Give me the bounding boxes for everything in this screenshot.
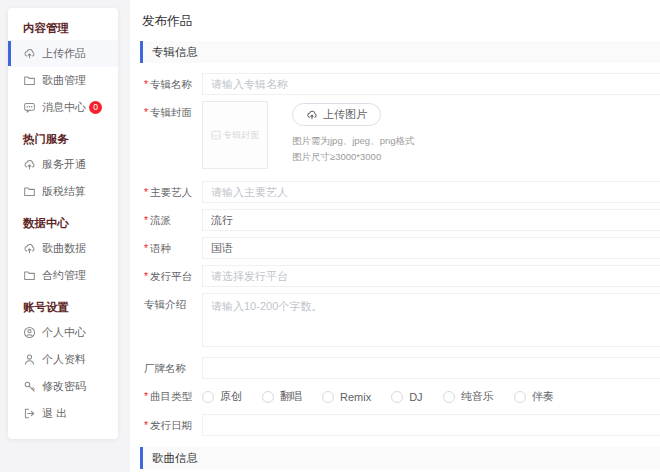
page-title: 发布作品 (130, 0, 660, 30)
radio-cover[interactable]: 翻唱 (262, 389, 302, 404)
language-row: 语种 (144, 237, 660, 259)
album-name-row: 专辑名称 (144, 73, 660, 95)
radio-instrumental[interactable]: 纯音乐 (443, 389, 494, 404)
radio-circle (322, 391, 334, 403)
release-date-row: 发行日期 (144, 414, 660, 436)
sidebar-item-personal-center[interactable]: 个人中心 (8, 319, 118, 346)
cloud-upload-icon (306, 109, 318, 121)
main-artist-label: 主要艺人 (144, 181, 202, 203)
sidebar-item-label: 退 出 (42, 406, 67, 421)
sidebar-group-data: 数据中心 (8, 205, 118, 235)
label-name-input[interactable] (202, 357, 660, 379)
radio-original[interactable]: 原创 (202, 389, 242, 404)
album-name-label: 专辑名称 (144, 73, 202, 95)
folder-icon (23, 185, 36, 198)
sidebar-item-message-center[interactable]: 消息中心 0 (8, 94, 118, 121)
logout-icon (23, 407, 36, 420)
track-type-label: 曲目类型 (144, 385, 202, 404)
track-type-row: 曲目类型 原创 翻唱 Remix DJ 纯音乐 伴奏 (144, 385, 660, 404)
track-type-radio-group: 原创 翻唱 Remix DJ 纯音乐 伴奏 (202, 385, 660, 404)
sidebar-item-label: 修改密码 (42, 379, 86, 394)
sidebar-item-label: 个人中心 (42, 325, 86, 340)
sidebar-item-label: 服务开通 (42, 157, 86, 172)
key-icon (23, 380, 36, 393)
sidebar-item-song-data[interactable]: 歌曲数据 (8, 235, 118, 262)
sidebar-item-label: 个人资料 (42, 352, 86, 367)
main-artist-row: 主要艺人 (144, 181, 660, 203)
platform-select[interactable] (202, 265, 660, 287)
radio-circle (262, 391, 274, 403)
label-name-row: 厂牌名称 (144, 357, 660, 379)
publish-work-panel: 发布作品 专辑信息 专辑名称 专辑封面 专辑封面 上传图片 (130, 0, 660, 472)
radio-remix[interactable]: Remix (322, 391, 371, 403)
upload-image-button[interactable]: 上传图片 (292, 103, 381, 126)
radio-circle (514, 391, 526, 403)
sidebar-item-logout[interactable]: 退 出 (8, 400, 118, 427)
sidebar-item-personal-profile[interactable]: 个人资料 (8, 346, 118, 373)
folder-icon (23, 269, 36, 282)
radio-circle (443, 391, 455, 403)
sidebar-item-change-password[interactable]: 修改密码 (8, 373, 118, 400)
main-artist-input[interactable] (202, 181, 660, 203)
platform-label: 发行平台 (144, 265, 202, 287)
sidebar-group-content: 内容管理 (8, 10, 118, 40)
section-song-info: 歌曲信息 (140, 447, 660, 469)
cover-format-hint: 图片需为jpg、jpeg、png格式 图片尺寸≥3000*3000 (292, 133, 415, 165)
album-cover-dropzone[interactable]: 专辑封面 (202, 101, 268, 169)
release-date-input[interactable] (202, 414, 660, 436)
sidebar: 内容管理 上传作品 歌曲管理 消息中心 0 热门服务 服务开通 版税结算 数据中… (8, 8, 118, 439)
genre-label: 流派 (144, 209, 202, 231)
sidebar-item-label: 歌曲管理 (42, 73, 86, 88)
message-count-badge: 0 (89, 101, 102, 114)
cloud-upload-icon (23, 242, 36, 255)
sidebar-group-services: 热门服务 (8, 121, 118, 151)
sidebar-item-label: 上传作品 (42, 46, 86, 61)
sidebar-item-contract-management[interactable]: 合约管理 (8, 262, 118, 289)
genre-select[interactable] (202, 209, 660, 231)
radio-dj[interactable]: DJ (391, 391, 422, 403)
album-cover-row: 专辑封面 专辑封面 上传图片 图片需为jpg、jpeg、png格式 图片尺 (144, 101, 660, 169)
user-circle-icon (23, 326, 36, 339)
sidebar-item-royalty-settlement[interactable]: 版税结算 (8, 178, 118, 205)
image-icon (211, 130, 221, 140)
section-album-info: 专辑信息 (140, 41, 660, 63)
release-date-label: 发行日期 (144, 414, 202, 436)
sidebar-group-account: 账号设置 (8, 289, 118, 319)
folder-icon (23, 74, 36, 87)
sidebar-item-label: 版税结算 (42, 184, 86, 199)
genre-row: 流派 (144, 209, 660, 231)
sidebar-item-label: 合约管理 (42, 268, 86, 283)
album-intro-label: 专辑介绍 (144, 293, 202, 351)
sidebar-item-upload-work[interactable]: 上传作品 (8, 40, 118, 67)
album-cover-label: 专辑封面 (144, 101, 202, 169)
cloud-upload-icon (23, 47, 36, 60)
cloud-upload-icon (23, 158, 36, 171)
album-intro-textarea[interactable] (202, 293, 660, 347)
user-icon (23, 353, 36, 366)
message-icon (23, 101, 36, 114)
section-title: 专辑信息 (152, 45, 198, 60)
language-select[interactable] (202, 237, 660, 259)
album-name-input[interactable] (202, 73, 660, 95)
radio-circle (391, 391, 403, 403)
platform-row: 发行平台 (144, 265, 660, 287)
sidebar-item-song-management[interactable]: 歌曲管理 (8, 67, 118, 94)
sidebar-item-label: 歌曲数据 (42, 241, 86, 256)
radio-accompaniment[interactable]: 伴奏 (514, 389, 554, 404)
cover-placeholder: 专辑封面 (211, 129, 259, 142)
album-form: 专辑名称 专辑封面 专辑封面 上传图片 图片需为j (130, 73, 660, 436)
radio-circle (202, 391, 214, 403)
language-label: 语种 (144, 237, 202, 259)
sidebar-item-service-activation[interactable]: 服务开通 (8, 151, 118, 178)
section-title: 歌曲信息 (152, 451, 198, 466)
sidebar-item-label: 消息中心 (42, 100, 86, 115)
album-intro-row: 专辑介绍 (144, 293, 660, 351)
label-name-label: 厂牌名称 (144, 357, 202, 379)
